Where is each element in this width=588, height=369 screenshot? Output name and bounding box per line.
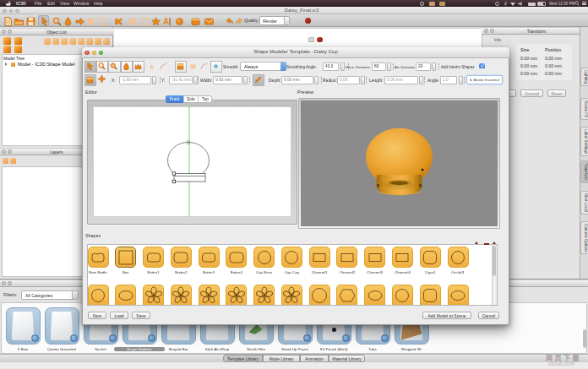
- svg-text:A: A: [163, 17, 169, 26]
